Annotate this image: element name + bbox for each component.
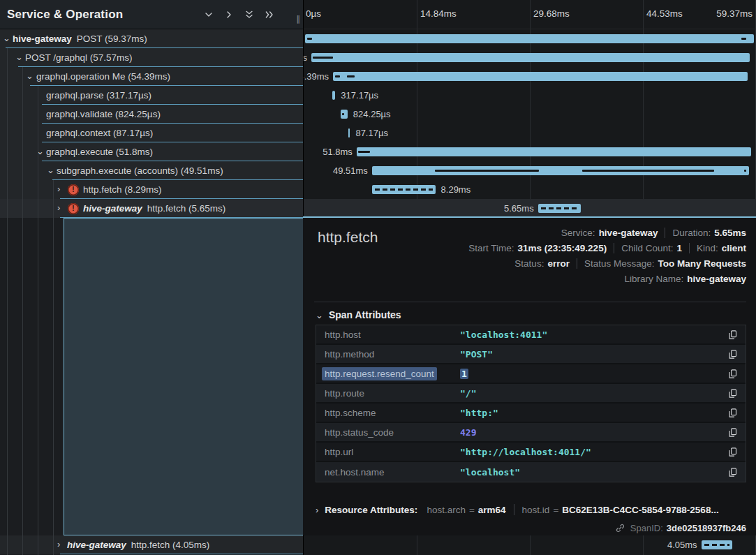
span-timeline-row[interactable]: 824.25µs [304,105,756,124]
copy-icon[interactable] [726,348,739,361]
meta-separator [577,258,577,269]
span-tree-row-content: graphql.context (87.17µs) [0,124,303,142]
duration-label: 87.17µs [355,128,388,138]
span-attributes-header[interactable]: ⌄Span Attributes [316,309,401,320]
attribute-value: "POST" [460,349,726,360]
span-tree-row-content: graphql.parse (317.17µs) [0,86,303,105]
timeline-tick: 44.53ms [646,8,683,19]
equals-sign: = [469,505,475,515]
attribute-row: http.host "localhost:4011" [316,325,746,345]
meta-label: Library Name: [624,274,683,284]
span-bar[interactable] [305,34,754,43]
span-label: POST (59.37ms) [77,34,147,44]
span-detail-panel: http.fetch Service:hive-gatewayDuration:… [303,216,756,535]
span-tree-row[interactable]: ⌄hive-gatewayPOST (59.37ms) [0,29,303,48]
span-tree-row-content: !http.fetch (8.29ms) [0,180,303,199]
span-bar[interactable] [538,204,581,213]
span-tree-row[interactable]: graphql.validate (824.25µs) [0,105,303,124]
span-tree-row-content: hive-gatewayPOST (59.37ms) [0,29,303,48]
copy-icon[interactable] [726,406,739,420]
copy-icon[interactable] [726,367,739,380]
span-bar[interactable] [348,128,350,138]
span-id-row: SpanID: 3de02518937fb246 [615,523,746,533]
child-span-mark [335,75,340,77]
duration-label: 51.8ms [323,147,353,157]
span-bar[interactable] [357,147,751,156]
timeline-ruler: 0µs 14.84ms 29.68ms 44.53ms 59.37ms [304,0,756,29]
span-timeline-row[interactable] [304,29,756,48]
span-bar[interactable] [332,91,335,100]
chevron-down-icon[interactable] [202,8,216,22]
error-icon: ! [68,203,79,214]
chevron-down-icon[interactable]: ⌄ [15,52,23,62]
meta-value: error [547,258,570,269]
copy-icon[interactable] [726,426,739,439]
span-bar[interactable] [702,540,732,549]
timeline-tick: 14.84ms [420,8,457,19]
span-tree-panel: ⌄hive-gatewayPOST (59.37ms)⌄POST /graphq… [0,0,303,555]
attribute-row: http.method "POST" [316,345,746,364]
span-tree-row[interactable]: ›hive-gatewayhttp.fetch (4.05ms) [0,535,303,554]
attribute-key: http.url [325,447,449,457]
panel-resize-handle[interactable]: ∥ [296,14,301,24]
child-span-mark [358,151,370,153]
span-timeline-row[interactable]: 57.57ms [304,48,756,67]
span-tree-row-content: subgraph.execute (accounts) (49.51ms) [0,161,303,180]
copy-icon[interactable] [726,328,739,341]
meta-label: Status: [514,258,544,269]
attribute-key: net.host.name [325,467,449,478]
resource-attribute-pairs: host.arch=arm64host.id=BC62E13B-C4CC-585… [427,504,718,515]
span-timeline-row[interactable]: 8.29ms [304,180,756,199]
span-timeline-row[interactable]: 54.39ms [304,67,756,86]
span-meta-line: Service:hive-gatewayDuration:5.65ms [561,228,746,238]
duration-label: 317.17µs [341,90,378,101]
chevron-down-icon[interactable]: ⌄ [47,165,54,175]
timeline-tick: 29.68ms [533,8,570,19]
chevron-down-icon[interactable]: ⌄ [26,71,34,81]
span-tree-row[interactable]: ⌄graphql.operation Me (54.39ms) [0,67,303,86]
tree-indent-guide [7,48,8,555]
trace-viewer: ⌄hive-gatewayPOST (59.37ms)⌄POST /graphq… [0,0,756,555]
span-timeline-row[interactable]: 87.17µs [304,124,756,142]
chevron-right-icon[interactable]: › [57,202,60,213]
span-label: http.fetch (5.65ms) [147,203,226,214]
duration-label: 5.65ms [504,203,534,214]
chevron-right-icon[interactable]: › [57,539,60,549]
copy-icon[interactable] [726,445,739,459]
span-bar[interactable] [311,53,750,62]
resource-value: arm64 [478,505,506,515]
span-bar[interactable] [372,185,436,194]
attribute-value: 429 [460,427,726,438]
copy-icon[interactable] [726,387,739,400]
span-label: graphql.validate (824.25µs) [46,109,161,119]
link-icon[interactable] [615,523,625,533]
chevron-right-icon[interactable] [222,8,236,22]
span-tree-row[interactable]: ›!http.fetch (8.29ms) [0,180,303,199]
double-chevron-right-icon[interactable] [262,8,276,22]
span-tree-row[interactable]: ›!hive-gatewayhttp.fetch (5.65ms) [0,199,303,218]
attribute-value: "localhost" [460,467,726,478]
span-timeline-row[interactable]: 5.65ms [304,199,756,218]
span-timeline-row[interactable]: 49.51ms [304,161,756,180]
span-id-value: 3de02518937fb246 [667,523,746,533]
span-tree-row[interactable]: graphql.parse (317.17µs) [0,86,303,105]
error-icon: ! [68,184,79,195]
double-chevron-down-icon[interactable] [242,8,256,22]
span-bar[interactable] [333,72,748,81]
span-label: subgraph.execute (accounts) (49.51ms) [57,165,223,176]
span-tree-row[interactable]: ⌄subgraph.execute (accounts) (49.51ms) [0,161,303,180]
span-timeline-row[interactable]: 4.05ms [304,535,756,554]
duration-label: 824.25µs [353,109,391,119]
resource-attributes-header[interactable]: Resource Attributes: [325,505,417,515]
span-label: http.fetch (4.05ms) [131,540,210,550]
span-tree-row[interactable]: ⌄graphql.execute (51.8ms) [0,142,303,161]
copy-icon[interactable] [726,466,739,479]
chevron-right-icon[interactable]: › [316,505,318,515]
chevron-right-icon[interactable]: › [57,184,60,194]
chevron-down-icon[interactable]: ⌄ [3,33,10,43]
span-tree-row[interactable]: graphql.context (87.17µs) [0,124,303,142]
span-timeline-row[interactable]: 51.8ms [304,142,756,161]
span-tree-row[interactable]: ⌄POST /graphql (57.57ms) [0,48,303,67]
span-timeline-row[interactable]: 317.17µs [304,86,756,105]
span-tree-row-content: graphql.execute (51.8ms) [0,142,303,161]
